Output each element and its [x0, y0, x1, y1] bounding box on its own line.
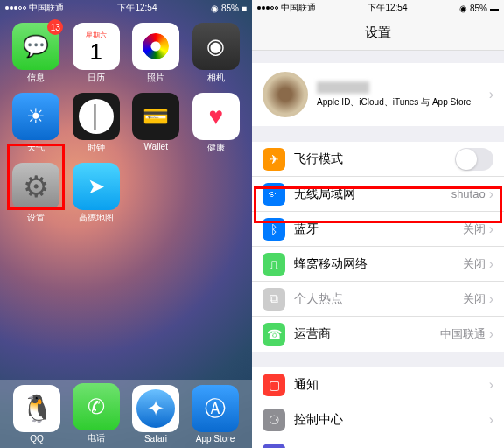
app-store[interactable]: ⒶApp Store: [192, 385, 239, 444]
row-wifi[interactable]: ᯤ无线局域网shutao›: [252, 177, 504, 212]
app-cal[interactable]: 星期六1日历: [71, 23, 122, 84]
chevron-right-icon: ›: [489, 291, 494, 307]
app-safari[interactable]: ✦Safari: [132, 385, 179, 444]
app-clock[interactable]: │时钟: [71, 93, 122, 154]
chevron-right-icon: ›: [489, 256, 494, 272]
apple-id-row[interactable]: Apple ID、iCloud、iTunes 与 App Store ›: [252, 63, 504, 126]
app-wallet[interactable]: 💳Wallet: [130, 93, 182, 154]
app-gear[interactable]: ⚙设置: [10, 163, 62, 224]
app-msg[interactable]: 💬13信息: [10, 23, 62, 84]
carrier-icon: ☎: [262, 323, 285, 346]
row-cell[interactable]: ⎍蜂窝移动网络关闭›: [252, 247, 504, 282]
status-bar: 中国联通 下午12:54 ◉85%■: [0, 0, 252, 16]
settings-screen: 中国联通 下午12:54 ◉85%▬ 设置 Apple ID、iCloud、iT…: [252, 0, 504, 448]
row-bt[interactable]: ᛒ蓝牙关闭›: [252, 212, 504, 247]
app-phone[interactable]: ✆电话: [73, 383, 120, 444]
link-icon: ⧉: [262, 288, 285, 311]
page-title: 设置: [252, 16, 504, 51]
chevron-right-icon: ›: [489, 221, 494, 237]
app-weather[interactable]: ☀天气: [10, 93, 62, 154]
chevron-right-icon: ›: [489, 186, 494, 202]
app-qq[interactable]: 🐧QQ: [13, 385, 60, 444]
dnd-icon: ☾: [262, 444, 285, 448]
app-camera[interactable]: ◉相机: [191, 23, 242, 84]
cell-icon: ⎍: [262, 253, 285, 276]
row-carrier[interactable]: ☎运营商中国联通›: [252, 317, 504, 352]
plane-icon: ✈: [262, 148, 285, 171]
app-photo[interactable]: 照片: [130, 23, 182, 84]
notif-icon: ▢: [262, 374, 285, 396]
chevron-right-icon: ›: [489, 377, 494, 393]
chevron-right-icon: ›: [489, 412, 494, 428]
chevron-right-icon: ›: [489, 87, 494, 102]
row-notif[interactable]: ▢通知›: [252, 368, 504, 402]
bt-icon: ᛒ: [262, 218, 285, 241]
app-health[interactable]: ♥健康: [191, 93, 242, 154]
toggle[interactable]: [455, 148, 494, 171]
dock: 🐧QQ✆电话✦SafariⒶApp Store: [0, 380, 252, 448]
cc-icon: ⚆: [262, 409, 285, 431]
wifi-icon: ᯤ: [262, 183, 285, 206]
avatar: [262, 72, 308, 117]
status-bar: 中国联通 下午12:54 ◉85%▬: [252, 0, 504, 16]
badge: 13: [47, 19, 63, 35]
chevron-right-icon: ›: [489, 326, 494, 342]
profile-name-blurred: [317, 81, 369, 94]
row-plane[interactable]: ✈飞行模式: [252, 142, 504, 177]
row-dnd[interactable]: ☾勿扰模式›: [252, 438, 504, 448]
row-link[interactable]: ⧉个人热点关闭›: [252, 282, 504, 317]
row-cc[interactable]: ⚆控制中心›: [252, 402, 504, 438]
app-nav[interactable]: ➤高德地图: [71, 163, 122, 224]
home-screen: 中国联通 下午12:54 ◉85%■ 💬13信息星期六1日历照片◉相机☀天气│时…: [0, 0, 252, 448]
